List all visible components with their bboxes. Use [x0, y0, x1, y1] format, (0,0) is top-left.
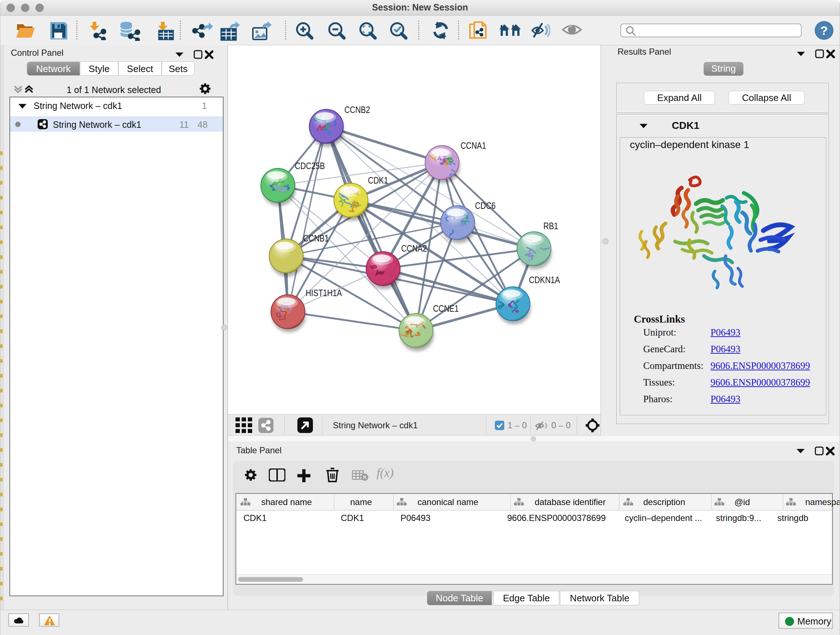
svg-text:CCNB1: CCNB1: [303, 233, 329, 244]
svg-text:?: ?: [821, 24, 828, 37]
svg-text:CDKN1A: CDKN1A: [529, 274, 561, 285]
svg-text:CCNE1: CCNE1: [433, 303, 459, 314]
svg-text:CCNA1: CCNA1: [461, 140, 486, 151]
svg-text:CCNB2: CCNB2: [344, 104, 370, 115]
svg-text:CCNA2: CCNA2: [401, 243, 427, 254]
svg-text:CDC25B: CDC25B: [295, 160, 325, 171]
svg-text:HIST1H1A: HIST1H1A: [306, 287, 342, 298]
svg-text:CDC6: CDC6: [475, 200, 496, 211]
svg-text:RB1: RB1: [543, 220, 558, 231]
svg-text:CDK1: CDK1: [368, 175, 388, 186]
